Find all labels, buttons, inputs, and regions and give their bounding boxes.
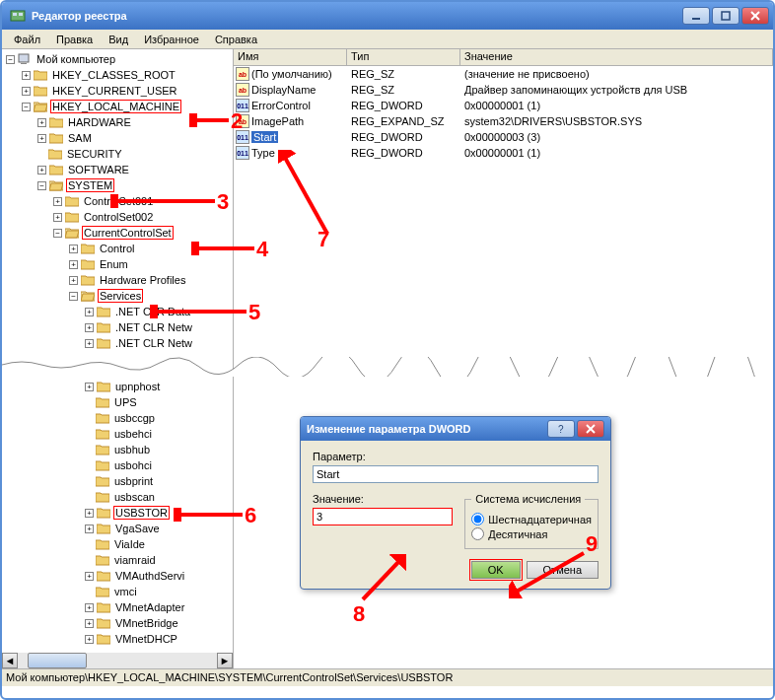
list-row[interactable]: 011StartREG_DWORD0x00000003 (3) [234,129,773,145]
tree-services[interactable]: −Services [4,288,233,304]
list-row[interactable]: abImagePathREG_EXPAND_SZsystem32\DRIVERS… [234,113,773,129]
menu-favorites[interactable]: Избранное [136,32,207,47]
scroll-track[interactable] [18,653,217,668]
tree-sam[interactable]: +SAM [4,130,233,146]
col-value[interactable]: Значение [460,49,773,65]
tree-hkcu[interactable]: +HKEY_CURRENT_USER [4,83,233,99]
tree-hardware[interactable]: +HARDWARE [4,114,233,130]
tree-item[interactable]: +upnphost [4,379,233,394]
expand-icon[interactable]: − [69,292,78,301]
tree-item[interactable]: usbscan [4,489,233,505]
folder-icon [96,491,109,503]
expand-icon[interactable]: − [53,229,62,238]
radio-dec-input[interactable] [471,527,484,540]
expand-icon[interactable]: + [85,383,94,391]
expand-icon[interactable]: + [85,603,94,612]
dialog-close-button[interactable] [577,420,604,438]
radio-hex-input[interactable] [471,513,484,525]
tree-item[interactable]: +VMnetAdapter [4,599,233,615]
radio-hex[interactable]: Шестнадцатеричная [471,513,592,525]
expand-icon[interactable]: + [22,71,31,80]
tree-item[interactable]: +VMnetDHCP [4,631,233,647]
menu-help[interactable]: Справка [207,32,265,47]
tree-control[interactable]: +Control [4,241,233,256]
tree-security[interactable]: SECURITY [4,146,233,162]
tree-item[interactable]: usbehci [4,426,233,442]
folder-icon [96,554,109,566]
menu-file[interactable]: Файл [6,32,48,47]
expand-icon[interactable]: + [85,619,94,628]
tree-system[interactable]: −SYSTEM [4,177,233,193]
tree-cs002[interactable]: +ControlSet002 [4,209,233,225]
expand-icon[interactable]: + [37,166,46,175]
menu-view[interactable]: Вид [101,32,136,47]
value-field[interactable] [313,508,453,525]
tree-usbstor[interactable]: +USBSTOR [4,505,233,521]
tree-software[interactable]: +SOFTWARE [4,162,233,177]
scroll-left-icon[interactable]: ◄ [2,653,18,668]
tree-hklm[interactable]: −HKEY_LOCAL_MACHINE [4,99,233,114]
list-row[interactable]: abDisplayNameREG_SZДрайвер запоминающих … [234,82,773,98]
expand-icon[interactable]: − [37,181,46,190]
expand-icon[interactable]: + [85,525,94,533]
expand-icon[interactable]: − [6,55,15,64]
expand-icon[interactable]: + [53,213,62,222]
tree-item[interactable]: usbprint [4,473,233,489]
close-button[interactable] [741,7,769,25]
tree-item[interactable]: viamraid [4,552,233,568]
tree-hscroll[interactable]: ◄ ► [2,653,233,668]
tree-item[interactable]: usbohci [4,457,233,473]
tree-item[interactable]: +.NET CLR Netw [4,319,233,335]
tree-item[interactable]: vmci [4,584,233,599]
tree-item[interactable]: UPS [4,394,233,410]
menu-edit[interactable]: Правка [48,32,101,47]
expand-icon[interactable]: + [53,197,62,206]
maximize-button[interactable] [712,7,740,25]
expand-icon[interactable]: + [69,276,78,285]
expand-icon[interactable]: + [85,509,94,518]
scroll-right-icon[interactable]: ► [217,653,233,668]
tree-hkcr[interactable]: +HKEY_CLASSES_ROOT [4,67,233,83]
expand-icon[interactable]: + [69,245,78,253]
tree-enum[interactable]: +Enum [4,256,233,272]
col-name[interactable]: Имя [234,49,347,65]
help-button[interactable]: ? [547,420,575,438]
minimize-button[interactable] [682,7,710,25]
tree-item[interactable]: ViaIde [4,536,233,552]
tree-item[interactable]: +.NET CLR Data [4,304,233,319]
list-row[interactable]: 011ErrorControlREG_DWORD0x00000001 (1) [234,98,773,113]
tree-root[interactable]: −Мой компьютер [4,51,233,67]
col-type[interactable]: Тип [347,49,460,65]
tree-item[interactable]: +VMAuthdServi [4,568,233,584]
expand-icon[interactable]: + [37,134,46,143]
tree-item[interactable]: +.NET CLR Netw [4,335,233,351]
scroll-thumb[interactable] [28,653,87,668]
tree-ccs[interactable]: −CurrentControlSet [4,225,233,241]
expand-icon[interactable]: + [85,323,94,332]
tree-item[interactable]: +VgaSave [4,521,233,536]
expand-icon[interactable]: + [69,260,78,269]
ok-button[interactable]: OK [471,561,521,579]
folder-icon [97,321,110,333]
tree-hwprofiles[interactable]: +Hardware Profiles [4,272,233,288]
value-data: 0x00000003 (3) [460,131,773,143]
tree-item[interactable]: +VMnetBridge [4,615,233,631]
list-row[interactable]: ab(По умолчанию)REG_SZ(значение не присв… [234,66,773,82]
value-name: (По умолчанию) [251,68,332,80]
list-row[interactable]: 011TypeREG_DWORD0x00000001 (1) [234,145,773,161]
expand-icon[interactable]: + [85,572,94,581]
expand-icon[interactable]: − [22,103,31,111]
dialog-titlebar: Изменение параметра DWORD ? [301,417,610,441]
expand-icon[interactable]: + [85,308,94,316]
param-label: Параметр: [313,451,599,462]
expand-icon[interactable]: + [85,339,94,348]
cancel-button[interactable]: Отмена [527,561,599,579]
tree-item[interactable]: usbccgp [4,410,233,426]
expand-icon[interactable]: + [85,635,94,644]
expand-icon[interactable]: + [37,118,46,127]
value-type: REG_DWORD [347,147,460,159]
radio-dec[interactable]: Десятичная [471,527,592,540]
tree-cs001[interactable]: +ControlSet001 [4,193,233,209]
expand-icon[interactable]: + [22,87,31,96]
tree-item[interactable]: usbhub [4,442,233,457]
